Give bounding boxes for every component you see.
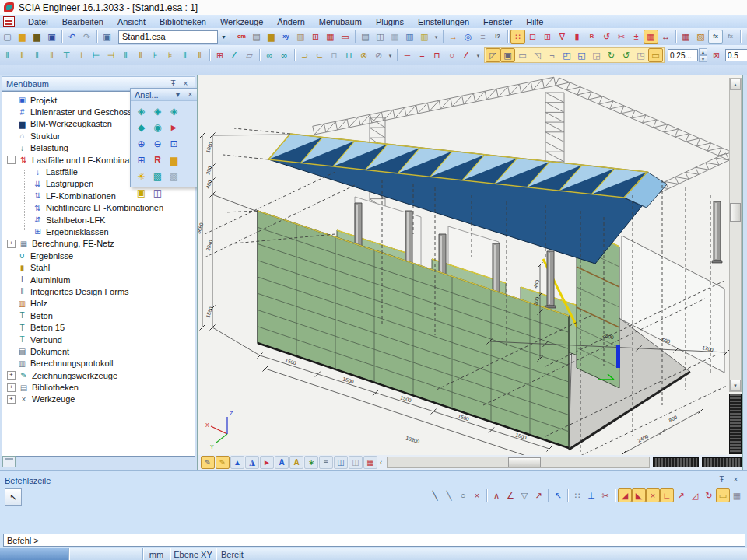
layers-icon[interactable]: ▤ bbox=[249, 30, 264, 44]
rigid-arm-icon[interactable]: ⊘ bbox=[371, 48, 386, 62]
close-icon[interactable]: × bbox=[731, 474, 741, 485]
arc-icon[interactable]: ∠ bbox=[503, 488, 517, 502]
view-new-icon[interactable]: ◫ bbox=[334, 456, 348, 469]
snap-grid-icon[interactable]: ▣ bbox=[500, 48, 515, 62]
print-preview-icon[interactable]: ◫ bbox=[373, 30, 388, 44]
dim-parallel-icon[interactable]: = bbox=[415, 48, 430, 62]
document-window-icon[interactable] bbox=[3, 16, 15, 27]
support-remove-icon[interactable]: ⊔ bbox=[342, 48, 356, 62]
redo-icon[interactable]: ↷ bbox=[79, 30, 94, 44]
zoom-window-icon[interactable]: ⊡ bbox=[166, 135, 182, 152]
snap-intersection-icon[interactable]: × bbox=[646, 488, 660, 502]
levels-icon[interactable]: ≡ bbox=[475, 30, 490, 44]
dim-frame-icon[interactable]: ⊓ bbox=[430, 48, 444, 62]
member-right-icon[interactable]: ⊣ bbox=[103, 48, 118, 62]
tree-item-20[interactable]: TVerbund bbox=[5, 334, 195, 345]
render-wire-icon[interactable]: ✎ bbox=[201, 456, 215, 469]
member-split-icon[interactable]: ‖ bbox=[133, 48, 148, 62]
window-cascade-icon[interactable]: ◫ bbox=[743, 30, 747, 44]
frame-edit-icon[interactable]: ▦ bbox=[323, 30, 338, 44]
new-file-icon[interactable]: ▢ bbox=[0, 30, 15, 44]
tree-item-24[interactable]: +▤Bibliotheken bbox=[5, 381, 195, 393]
menu-item-1[interactable]: Bearbeiten bbox=[55, 16, 110, 28]
snap-box-icon[interactable]: ▭ bbox=[515, 48, 530, 62]
model-viewport[interactable]: 1060 200 460 2940 1500 5680 1500 1500 15… bbox=[197, 75, 743, 470]
opening-icon[interactable]: ‖ bbox=[15, 48, 30, 62]
rib-icon[interactable]: ‖ bbox=[44, 48, 59, 62]
cut-axes-icon[interactable]: ✂ bbox=[598, 488, 612, 502]
load-view-icon[interactable]: ▨ bbox=[693, 30, 708, 44]
zoom-in-icon[interactable]: ⊕ bbox=[133, 135, 149, 152]
dim-angle-icon[interactable]: ∠ bbox=[459, 48, 474, 62]
dim-mode-icon[interactable]: ▭ bbox=[716, 488, 730, 502]
close-icon[interactable]: × bbox=[185, 89, 195, 100]
snap-perpendicular-icon[interactable]: ∟ bbox=[660, 488, 674, 502]
label-flag-icon[interactable]: ► bbox=[260, 456, 274, 469]
dim-circle-icon[interactable]: ○ bbox=[444, 48, 459, 62]
view-rotate-bar[interactable] bbox=[729, 394, 742, 454]
cut-tool-icon[interactable]: ✂ bbox=[614, 30, 629, 44]
undo-icon[interactable]: ↶ bbox=[65, 30, 79, 44]
scrollbar-thumb[interactable] bbox=[730, 203, 741, 222]
function-icon[interactable]: fx bbox=[708, 30, 723, 44]
chevron-down-icon[interactable]: ▾ bbox=[173, 89, 183, 100]
snap-recalc-icon[interactable]: ↺ bbox=[619, 48, 633, 62]
model-3d-view[interactable]: 1060 200 460 2940 1500 5680 1500 1500 15… bbox=[198, 75, 733, 455]
grid-step-spinner-value[interactable]: 0.25... bbox=[668, 49, 698, 61]
light-icon[interactable]: ☀ bbox=[133, 168, 149, 184]
overflow4-icon[interactable]: ▾ bbox=[474, 48, 482, 62]
catalog-icon[interactable]: ▆ bbox=[264, 30, 279, 44]
member-offset-icon[interactable]: ‖ bbox=[192, 48, 207, 62]
menu-item-7[interactable]: Plugins bbox=[369, 16, 411, 28]
collapse-icon[interactable]: − bbox=[7, 156, 16, 164]
member-top-icon[interactable]: ⊤ bbox=[59, 48, 74, 62]
render-off-icon[interactable]: ▩ bbox=[166, 168, 182, 184]
member-left-icon[interactable]: ⊢ bbox=[89, 48, 103, 62]
expand-icon[interactable]: + bbox=[7, 371, 16, 380]
scroll-up-icon[interactable]: ▲ bbox=[730, 79, 741, 90]
menu-item-0[interactable]: Datei bbox=[21, 16, 55, 28]
view-toolbar-header[interactable]: Ansi... ▾ × bbox=[131, 89, 199, 101]
vertical-scrollbar[interactable]: ▲ ▼ bbox=[729, 78, 742, 392]
text-style-icon[interactable]: A bbox=[289, 456, 303, 469]
function-off-icon[interactable]: fx bbox=[723, 30, 738, 44]
rotate-tool-icon[interactable]: R bbox=[584, 30, 599, 44]
tree-item-22[interactable]: ▥Berechnungsprotokoll bbox=[5, 358, 195, 369]
menu-item-8[interactable]: Einstellungen bbox=[411, 16, 476, 28]
spline-icon[interactable]: ↗ bbox=[531, 488, 545, 502]
walk-mode-icon[interactable]: ► bbox=[166, 119, 182, 135]
view-point-icon[interactable]: ◉ bbox=[149, 119, 166, 135]
window-3d-icon[interactable]: ◫ bbox=[149, 184, 166, 201]
menu-item-3[interactable]: Bibliotheken bbox=[153, 16, 213, 28]
mesh-view-icon[interactable]: ▦ bbox=[679, 30, 693, 44]
grid-step-spinner[interactable]: 0.25...▲▼ bbox=[668, 48, 707, 62]
cross-link-icon[interactable]: ⊗ bbox=[356, 48, 371, 62]
open-file-icon[interactable]: ▆ bbox=[15, 30, 30, 44]
expand-icon[interactable]: + bbox=[7, 395, 16, 404]
view-zoom-bar[interactable] bbox=[702, 457, 742, 467]
fe-grid2-icon[interactable]: ▦ bbox=[363, 456, 377, 469]
tree-item-19[interactable]: TBeton 15 bbox=[5, 321, 195, 333]
tree-item-21[interactable]: ▤Dokument bbox=[5, 345, 195, 357]
support-tool-icon[interactable]: ∇ bbox=[555, 30, 570, 44]
beam-tool-icon[interactable]: ⊟ bbox=[525, 30, 540, 44]
snap-quad-icon[interactable]: ◰ bbox=[559, 48, 574, 62]
calculator-icon[interactable]: ▦ bbox=[388, 30, 402, 44]
selection-cursor-button[interactable]: ↖ bbox=[5, 488, 22, 506]
snap-quad4-icon[interactable]: ◳ bbox=[633, 48, 648, 62]
connect-icon[interactable]: ⊃ bbox=[297, 48, 312, 62]
view-z-icon[interactable]: ◆ bbox=[133, 119, 149, 135]
member-tool-icon[interactable]: ▮ bbox=[570, 30, 584, 44]
move-tool-icon[interactable]: ↔ bbox=[658, 30, 673, 44]
cursor-step-spinner-value[interactable]: 0.5 bbox=[725, 49, 747, 61]
pin-icon[interactable]: Ŧ bbox=[717, 474, 727, 485]
zoom-selection-icon[interactable]: R bbox=[149, 152, 166, 168]
snap-quad2-icon[interactable]: ◱ bbox=[574, 48, 589, 62]
views-folder-icon[interactable]: ▆ bbox=[166, 152, 182, 168]
snap-endpoint-icon[interactable]: ◢ bbox=[618, 488, 632, 502]
member-bottom-icon[interactable]: ⊥ bbox=[74, 48, 89, 62]
tree-item-17[interactable]: ▥Holz bbox=[5, 298, 195, 310]
volumes-icon[interactable]: ▲ bbox=[230, 456, 244, 469]
erase-icon[interactable]: × bbox=[470, 488, 484, 502]
draw-line-icon[interactable]: ╲ bbox=[428, 488, 442, 502]
